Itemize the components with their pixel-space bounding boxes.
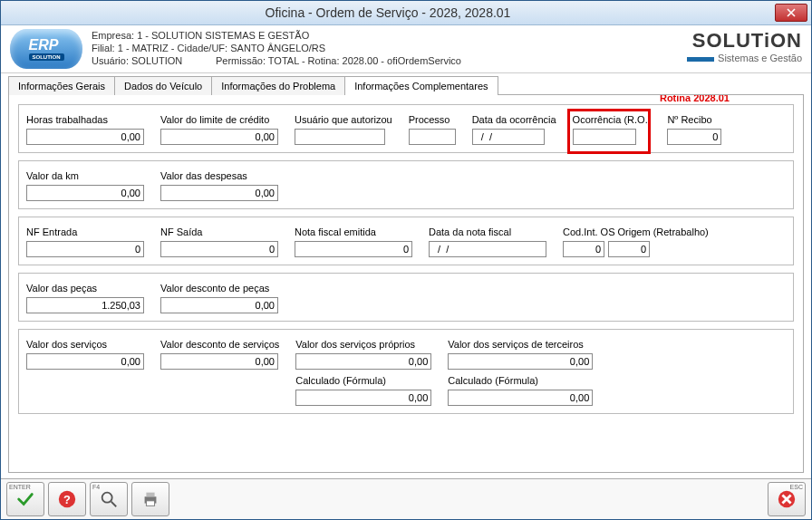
field-valor-pecas: Valor das peças <box>26 283 144 313</box>
app-window: Oficina - Ordem de Serviço - 2028, 2028.… <box>0 0 812 520</box>
codint-os-1-input[interactable] <box>563 241 604 257</box>
svg-line-3 <box>111 502 117 507</box>
check-icon <box>15 489 35 509</box>
print-button[interactable] <box>131 482 169 516</box>
group-5: Valor dos serviços Valor desconto de ser… <box>18 329 794 414</box>
solution-logo: SOLUTiON Sistemas e Gestão <box>687 29 802 63</box>
field-n-recibo: Nº Recibo <box>667 114 721 145</box>
field-desconto-servicos: Valor desconto de serviços <box>160 339 279 370</box>
svg-rect-5 <box>146 493 154 497</box>
calc-2-input[interactable] <box>448 390 593 406</box>
tab-panel: Rotina 2028.01 Horas trabalhadas Valor d… <box>8 94 804 473</box>
ocorrencia-ro-input[interactable] <box>573 129 636 145</box>
tab-dados-veiculo[interactable]: Dados do Veículo <box>114 76 212 95</box>
valor-km-input[interactable] <box>26 185 144 201</box>
field-calc-2: Calculado (Fórmula) <box>448 375 593 406</box>
n-recibo-input[interactable] <box>667 129 721 145</box>
horas-input[interactable] <box>26 129 144 145</box>
field-processo: Processo <box>409 114 456 145</box>
tab-info-complementares[interactable]: Informações Complementares <box>344 76 498 95</box>
field-codint-os: Cod.Int. OS Origem (Retrabalho) <box>563 226 709 257</box>
valor-pecas-input[interactable] <box>26 297 144 313</box>
nf-saida-input[interactable] <box>160 241 278 257</box>
serv-proprios-input[interactable] <box>295 353 431 370</box>
limite-credito-input[interactable] <box>160 129 278 145</box>
tabstrip: Informações Gerais Dados do Veículo Info… <box>1 75 811 94</box>
desconto-pecas-input[interactable] <box>160 297 278 313</box>
field-serv-terceiros: Valor dos serviços de terceiros <box>448 339 593 370</box>
group-2: Valor da km Valor das despesas <box>18 160 794 209</box>
processo-input[interactable] <box>409 129 456 145</box>
svg-point-2 <box>102 493 112 503</box>
group-4: Valor das peças Valor desconto de peças <box>18 273 794 322</box>
empresa-line: Empresa: 1 - SOLUTION SISTEMAS E GESTÃO <box>92 29 687 42</box>
valor-servicos-input[interactable] <box>26 353 144 370</box>
header-info: Empresa: 1 - SOLUTION SISTEMAS E GESTÃO … <box>92 29 687 67</box>
field-horas: Horas trabalhadas <box>26 114 144 145</box>
close-button[interactable] <box>775 4 807 22</box>
tab-info-problema[interactable]: Informações do Problema <box>211 76 345 95</box>
erp-logo: ERPSOLUTION <box>10 29 82 69</box>
close-icon <box>787 8 796 17</box>
field-nf-entrada: NF Entrada <box>26 226 144 257</box>
field-desconto-pecas: Valor desconto de peças <box>160 283 278 313</box>
user-autorizou-input[interactable] <box>295 129 385 145</box>
data-ocorrencia-input[interactable] <box>472 129 545 145</box>
permissao-line: Permissão: TOTAL - Rotina: 2028.00 - ofi… <box>216 55 461 66</box>
help-button[interactable]: ? <box>48 482 86 516</box>
printer-icon <box>140 489 160 509</box>
calc-1-input[interactable] <box>295 390 431 406</box>
help-icon: ? <box>57 489 77 509</box>
field-nf-saida: NF Saída <box>160 226 278 257</box>
nf-emitida-input[interactable] <box>295 241 412 257</box>
field-ocorrencia-ro: Ocorrência (R.O.) <box>573 114 652 145</box>
field-data-ocorrencia: Data da ocorrência <box>472 114 556 145</box>
field-calc-1: Calculado (Fórmula) <box>295 375 431 406</box>
field-data-nf: Data da nota fiscal <box>429 226 546 257</box>
field-nf-emitida: Nota fiscal emitida <box>295 226 412 257</box>
brand-big: SOLUTiON <box>687 29 802 53</box>
svg-rect-6 <box>146 501 154 506</box>
group-3: NF Entrada NF Saída Nota fiscal emitida … <box>18 217 794 265</box>
tab-info-gerais[interactable]: Informações Gerais <box>8 76 115 95</box>
rotina-label: Rotina 2028.01 <box>660 94 730 103</box>
brand-sub: Sistemas e Gestão <box>718 53 802 63</box>
header: ERPSOLUTION Empresa: 1 - SOLUTION SISTEM… <box>1 25 811 73</box>
desconto-servicos-input[interactable] <box>160 353 278 370</box>
valor-despesas-input[interactable] <box>160 185 278 201</box>
field-valor-servicos: Valor dos serviços <box>26 339 144 370</box>
esc-button[interactable]: ESC <box>768 482 806 516</box>
window-title: Oficina - Ordem de Serviço - 2028, 2028.… <box>1 5 775 20</box>
field-limite-credito: Valor do limite de crédito <box>160 114 278 145</box>
titlebar: Oficina - Ordem de Serviço - 2028, 2028.… <box>1 1 811 25</box>
bottombar: ENTER ? F4 ESC <box>1 478 811 519</box>
svg-text:?: ? <box>63 493 71 506</box>
usuario-line: Usuário: SOLUTION <box>92 55 182 66</box>
field-user-autorizou: Usuário que autorizou <box>295 114 392 145</box>
enter-button[interactable]: ENTER <box>6 482 44 516</box>
data-nf-input[interactable] <box>429 241 546 257</box>
codint-os-2-input[interactable] <box>608 241 650 257</box>
nf-entrada-input[interactable] <box>26 241 144 257</box>
group-1: Rotina 2028.01 Horas trabalhadas Valor d… <box>18 104 794 153</box>
search-icon <box>99 489 119 509</box>
cancel-icon <box>777 489 797 509</box>
search-button[interactable]: F4 <box>90 482 128 516</box>
field-valor-km: Valor da km <box>26 170 144 201</box>
serv-terceiros-input[interactable] <box>448 353 593 370</box>
field-valor-despesas: Valor das despesas <box>160 170 278 201</box>
field-serv-proprios: Valor dos serviços próprios <box>295 339 431 370</box>
filial-line: Filial: 1 - MATRIZ - Cidade/UF: SANTO ÂN… <box>92 42 687 54</box>
